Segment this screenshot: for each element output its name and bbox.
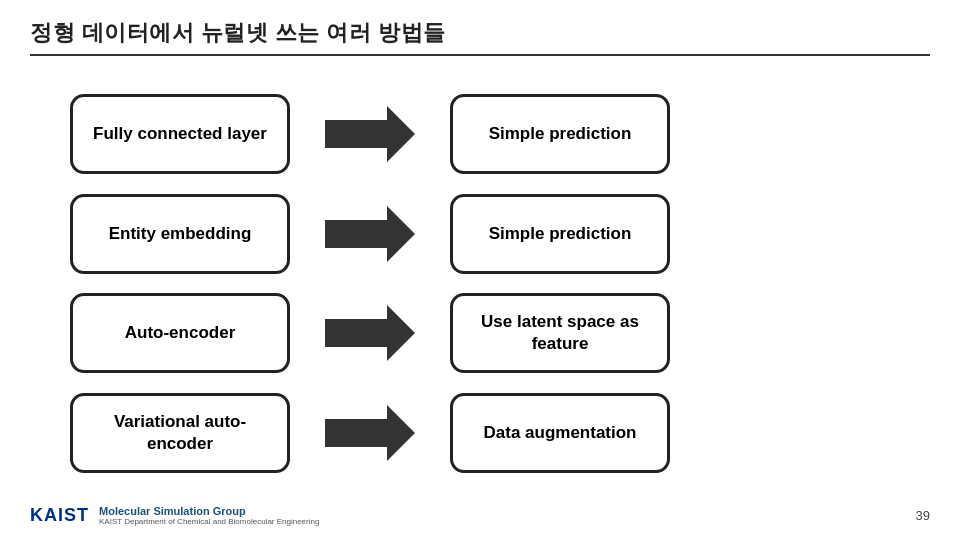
arrow-icon-4: [325, 406, 415, 461]
box-simple-prediction-1: Simple prediction: [450, 94, 670, 174]
arrow-icon-2: [325, 206, 415, 261]
row-2: Entity embedding Simple prediction: [70, 194, 890, 274]
arrow-icon-3: [325, 306, 415, 361]
row-1: Fully connected layer Simple prediction: [70, 94, 890, 174]
arrow-icon-1: [325, 106, 415, 161]
arrow-2: [290, 206, 450, 261]
header: 정형 데이터에서 뉴럴넷 쓰는 여러 방법들: [30, 18, 930, 56]
box-auto-encoder: Auto-encoder: [70, 293, 290, 373]
content-area: Fully connected layer Simple prediction …: [30, 70, 930, 503]
header-divider: [30, 54, 930, 56]
footer: KAIST Molecular Simulation Group KAIST D…: [30, 503, 930, 530]
arrow-1: [290, 106, 450, 161]
footer-org-title: Molecular Simulation Group: [99, 505, 319, 517]
arrow-3: [290, 306, 450, 361]
footer-org: Molecular Simulation Group KAIST Departm…: [99, 505, 319, 526]
page-number: 39: [916, 508, 930, 523]
box-variational-auto-encoder: Variational auto-encoder: [70, 393, 290, 473]
page-title: 정형 데이터에서 뉴럴넷 쓰는 여러 방법들: [30, 18, 930, 48]
box-simple-prediction-2: Simple prediction: [450, 194, 670, 274]
page: 정형 데이터에서 뉴럴넷 쓰는 여러 방법들 Fully connected l…: [0, 0, 960, 540]
kaist-logo: KAIST: [30, 505, 89, 526]
box-latent-space: Use latent space as feature: [450, 293, 670, 373]
row-3: Auto-encoder Use latent space as feature: [70, 293, 890, 373]
arrow-4: [290, 406, 450, 461]
row-4: Variational auto-encoder Data augmentati…: [70, 393, 890, 473]
box-fully-connected: Fully connected layer: [70, 94, 290, 174]
box-entity-embedding: Entity embedding: [70, 194, 290, 274]
footer-org-sub: KAIST Department of Chemical and Biomole…: [99, 517, 319, 526]
box-data-augmentation: Data augmentation: [450, 393, 670, 473]
footer-left: KAIST Molecular Simulation Group KAIST D…: [30, 505, 319, 526]
